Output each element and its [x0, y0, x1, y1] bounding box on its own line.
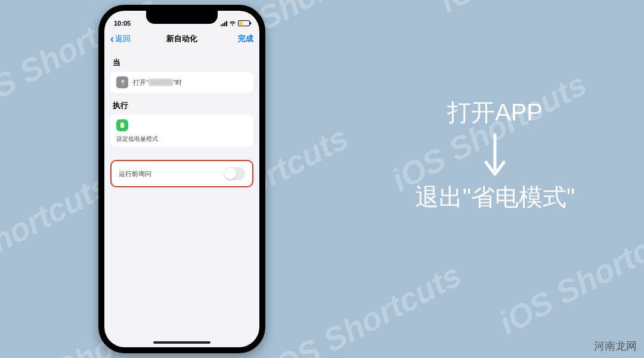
home-indicator[interactable] [153, 341, 210, 344]
arrow-down-icon [481, 132, 509, 179]
ask-before-run-toggle[interactable] [224, 167, 245, 180]
wifi-icon [229, 20, 236, 26]
when-condition-card[interactable]: 打开"XXXX"时 [110, 72, 253, 93]
phone-screen: 10:05 ‹ 返回 新自动化 完成 [104, 11, 259, 347]
canvas: iOS Shortcuts iOS Shortcuts iOS Shortcut… [0, 0, 644, 358]
toggle-label: 运行前询问 [119, 169, 151, 178]
phone-frame: 10:05 ‹ 返回 新自动化 完成 [98, 5, 265, 353]
ask-before-run-row[interactable]: 运行前询问 [110, 160, 253, 187]
back-label: 返回 [115, 33, 131, 44]
section-when-header: 当 [113, 57, 251, 68]
footer-credit: 河南龙网 [594, 339, 637, 353]
action-card[interactable]: 设定低电量模式 [110, 115, 253, 147]
battery-icon [238, 20, 250, 26]
toggle-knob [224, 168, 236, 180]
cellular-icon [221, 21, 227, 26]
done-button[interactable]: 完成 [238, 33, 253, 44]
section-do-header: 执行 [113, 100, 251, 111]
app-open-icon [116, 76, 128, 88]
watermark: iOS Shortcuts [261, 256, 467, 358]
annotation-line2: 退出"省电模式" [400, 180, 590, 214]
annotation-line1: 打开APP [400, 95, 590, 129]
watermark: iOS Shortcuts [434, 0, 640, 20]
status-time: 10:05 [114, 20, 131, 27]
when-text: 打开"XXXX"时 [133, 78, 182, 87]
content: 当 打开"XXXX"时 执行 [104, 54, 259, 347]
side-annotation: 打开APP 退出"省电模式" [400, 95, 590, 214]
action-label: 设定低电量模式 [116, 135, 247, 143]
chevron-left-icon: ‹ [110, 33, 114, 44]
low-power-action-icon [116, 119, 128, 131]
watermark: iOS Shortcuts [493, 208, 644, 342]
svg-rect-1 [120, 123, 124, 128]
back-button[interactable]: ‹ 返回 [110, 33, 131, 44]
notch [146, 11, 218, 24]
svg-rect-2 [122, 122, 123, 124]
